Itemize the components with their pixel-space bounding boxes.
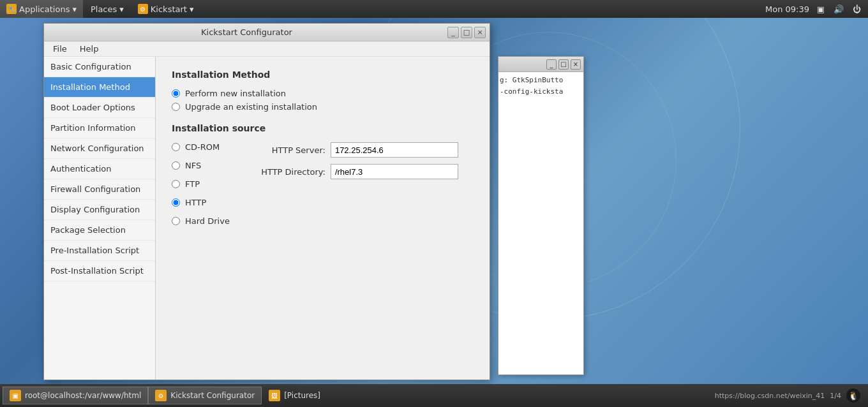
source-fields: HTTP Server: HTTP Directory: [255,142,458,230]
sidebar-item-display-config[interactable]: Display Configuration [44,200,155,220]
kickstart-chevron-icon: ▾ [190,4,194,14]
terminal-titlebar: _ □ × [498,57,583,72]
sound-icon[interactable]: 🔊 [832,3,845,15]
installation-source-title: Installation source [172,123,474,133]
terminal-minimize[interactable]: _ [546,59,557,70]
radio-new-label[interactable]: Perform new installation [185,89,286,98]
radio-nfs-label[interactable]: NFS [185,161,201,170]
radio-http-group: HTTP [172,198,230,207]
kickstart-menu[interactable]: ⚙ Kickstart ▾ [131,0,200,18]
http-server-row: HTTP Server: [255,142,458,158]
menu-file[interactable]: File [48,43,72,55]
terminal-window: _ □ × g: GtkSpinButto -config-kicksta [498,56,584,375]
radio-harddrive-label[interactable]: Hard Drive [185,216,230,226]
power-icon[interactable]: ⏻ [850,3,863,15]
radio-new-install[interactable] [172,89,180,98]
sidebar-item-network-config[interactable]: Network Configuration [44,138,155,159]
radio-upgrade[interactable] [172,103,180,111]
source-grid: CD-ROM NFS FTP HTTP [172,142,474,230]
window-close-btn[interactable]: × [474,27,486,38]
radio-cdrom-label[interactable]: CD-ROM [185,142,220,152]
taskbar-terminal-label: root@localhost:/var/www/html [25,391,141,400]
window-maximize-btn[interactable]: □ [461,27,472,38]
terminal-task-icon: ▣ [10,390,21,401]
taskbar-bottom-right: https://blog.csdn.net/weixin_41 1/4 🐧 [715,389,865,403]
taskbar-right: Mon 09:39 ▣ 🔊 ⏻ [765,3,868,15]
url-label: https://blog.csdn.net/weixin_41 [715,392,825,400]
taskbar-top: 🔧 Applications ▾ Places ▾ ⚙ Kickstart ▾ … [0,0,868,18]
http-directory-row: HTTP Directory: [255,164,458,179]
kickstart-titlebar: Kickstart Configurator _ □ × [44,24,490,41]
sidebar-item-pre-install[interactable]: Pre-Installation Script [44,241,155,261]
radio-http-label[interactable]: HTTP [185,198,206,207]
http-server-input[interactable] [331,142,458,158]
http-directory-label: HTTP Directory: [255,167,326,177]
radio-ftp-label[interactable]: FTP [185,179,200,189]
radio-new-install-group: Perform new installation [172,89,474,98]
sidebar-item-firewall-config[interactable]: Firewall Configuration [44,179,155,200]
sidebar-item-partition-info[interactable]: Partition Information [44,118,155,138]
terminal-maximize[interactable]: □ [558,59,569,70]
window-body: Basic Configuration Installation Method … [44,57,490,380]
radio-ftp[interactable] [172,180,180,188]
radio-nfs-group: NFS [172,161,230,170]
sidebar-item-installation-method[interactable]: Installation Method [44,77,155,98]
terminal-content: g: GtkSpinButto -config-kicksta [498,72,583,100]
pictures-task-icon: 🖼 [269,390,280,401]
places-chevron-icon: ▾ [119,4,124,14]
radio-http[interactable] [172,198,180,207]
taskbar-pictures-item[interactable]: 🖼 [Pictures] [262,387,327,404]
taskbar-kickstart-label: Kickstart Configurator [170,391,255,400]
sidebar-item-basic-config[interactable]: Basic Configuration [44,57,155,77]
radio-cdrom[interactable] [172,143,180,151]
sidebar: Basic Configuration Installation Method … [44,57,156,380]
menu-help[interactable]: Help [75,43,104,55]
tux-icon: 🐧 [846,389,860,403]
terminal-line-2: -config-kicksta [500,86,582,98]
window-menubar: File Help [44,41,490,57]
applications-menu[interactable]: 🔧 Applications ▾ [0,0,83,18]
apps-chevron-icon: ▾ [72,4,77,14]
content-area: Installation Method Perform new installa… [156,57,490,380]
desktop: 🔧 Applications ▾ Places ▾ ⚙ Kickstart ▾ … [0,0,868,407]
radio-upgrade-label[interactable]: Upgrade an existing installation [185,102,317,112]
display-icon[interactable]: ▣ [814,3,827,15]
radio-nfs[interactable] [172,161,180,170]
window-minimize-btn[interactable]: _ [447,27,459,38]
taskbar-kickstart-item[interactable]: ⚙ Kickstart Configurator [148,387,262,404]
terminal-close[interactable]: × [571,59,581,70]
installation-method-title: Installation Method [172,70,474,80]
sidebar-item-authentication[interactable]: Authentication [44,159,155,179]
radio-harddrive[interactable] [172,217,180,225]
section-divider: Installation source [172,123,474,133]
kickstart-task-icon: ⚙ [155,390,167,401]
taskbar-pictures-label: [Pictures] [284,391,320,400]
window-title: Kickstart Configurator [48,27,445,37]
sidebar-item-package-selection[interactable]: Package Selection [44,220,155,241]
radio-ftp-group: FTP [172,179,230,189]
places-menu[interactable]: Places ▾ [84,0,130,18]
taskbar-terminal-item[interactable]: ▣ root@localhost:/var/www/html [3,387,148,404]
kickstart-window: Kickstart Configurator _ □ × File Help B… [43,23,490,380]
http-directory-input[interactable] [331,164,458,179]
page-label: 1/4 [830,392,841,400]
radio-cdrom-group: CD-ROM [172,142,230,152]
taskbar-bottom: ▣ root@localhost:/var/www/html ⚙ Kicksta… [0,384,868,407]
taskbar-left: 🔧 Applications ▾ Places ▾ ⚙ Kickstart ▾ [0,0,200,18]
sidebar-item-post-install[interactable]: Post-Installation Script [44,261,155,281]
kickstart-icon: ⚙ [138,4,148,14]
radio-upgrade-group: Upgrade an existing installation [172,102,474,112]
clock: Mon 09:39 [765,4,809,14]
http-server-label: HTTP Server: [255,145,326,155]
source-options: CD-ROM NFS FTP HTTP [172,142,230,230]
applications-icon: 🔧 [6,4,17,14]
sidebar-item-boot-loader[interactable]: Boot Loader Options [44,98,155,118]
radio-harddrive-group: Hard Drive [172,216,230,226]
terminal-line-1: g: GtkSpinButto [500,75,582,86]
